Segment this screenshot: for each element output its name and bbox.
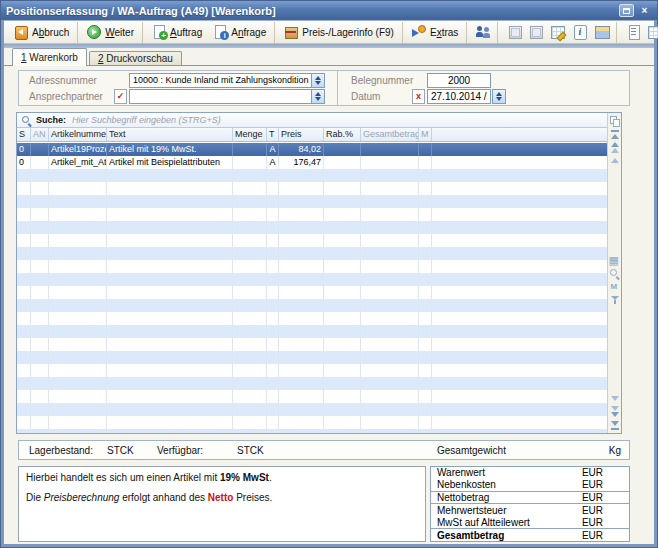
totals-row: MwSt auf Altteilewert EUR [431, 516, 629, 529]
column-header[interactable]: Artikelnummer [49, 128, 107, 141]
table-row[interactable] [17, 325, 607, 338]
table-row[interactable] [17, 390, 607, 403]
copy-icon[interactable] [609, 115, 621, 127]
toolbar-button[interactable]: Preis-/Lagerinfo (F9) [274, 22, 399, 43]
positions-grid-panel: Suche: S AN Artikelnummer Text Menge T P… [16, 112, 622, 434]
scroll-top-icon[interactable] [609, 129, 621, 141]
search-icon[interactable] [609, 268, 621, 280]
close-icon[interactable]: × [637, 4, 652, 17]
row-up-icon[interactable] [609, 155, 621, 167]
verfuegbar-label: Verfügbar: [157, 445, 203, 456]
toolbar-icon-button[interactable] [644, 22, 658, 43]
edit-check-icon[interactable]: ✓ [114, 89, 127, 104]
ansprechpartner-input[interactable] [130, 90, 311, 103]
grid-side-toolbar [607, 113, 621, 433]
table-row[interactable] [17, 377, 607, 390]
column-header[interactable]: Gesamtbetrag [361, 128, 419, 141]
document-icon [626, 25, 642, 39]
adressnummer-value: 10000 : Kunde Inland mit Zahlungskonditi… [130, 74, 311, 87]
toolbar-icon-button[interactable] [616, 22, 644, 43]
columns-icon[interactable] [609, 255, 621, 267]
search-label: Suche: [36, 115, 66, 125]
tab[interactable]: 2 Druckvorschau [89, 51, 182, 66]
next-icon [86, 25, 102, 39]
column-header[interactable]: AN [31, 128, 49, 141]
gesamtgewicht-label: Gesamtgewicht [437, 445, 506, 456]
table-row[interactable]: 0 Artikel19Prozent Artikel mit 19% MwSt.… [17, 143, 607, 156]
table-row[interactable] [17, 364, 607, 377]
tab[interactable]: 1 Warenkorb [12, 48, 87, 66]
table-row[interactable] [17, 312, 607, 325]
grid-add-icon [647, 25, 658, 39]
article-info-box: Hierbei handelt es sich um einen Artikel… [18, 466, 426, 542]
column-header[interactable]: Preis [279, 128, 324, 141]
table-row[interactable] [17, 286, 607, 299]
column-header[interactable]: Rab.% [324, 128, 361, 141]
table-row[interactable] [17, 403, 607, 416]
toolbar-button[interactable]: Abbruch [8, 22, 74, 43]
page-down-icon[interactable] [609, 406, 621, 418]
toolbar-icon-button[interactable] [569, 22, 591, 43]
toolbar-button[interactable]: Extras [402, 22, 463, 43]
restore-icon[interactable] [619, 4, 634, 17]
column-header[interactable]: Menge [233, 128, 267, 141]
datum-spinner-icon[interactable] [493, 90, 505, 103]
adressnummer-spinner-icon[interactable] [311, 74, 324, 87]
table-row[interactable] [17, 260, 607, 273]
totals-row: Gesamtbetrag EUR [431, 529, 629, 541]
totals-row: Nettobetrag EUR [431, 492, 629, 505]
table-row[interactable] [17, 208, 607, 221]
window-icon [507, 25, 523, 39]
lagerbestand-unit: STCK [107, 445, 134, 456]
table-row[interactable] [17, 429, 607, 433]
window-alt-icon [528, 25, 544, 39]
info-line-1: Hierbei handelt es sich um einen Artikel… [26, 472, 418, 483]
table-row[interactable] [17, 195, 607, 208]
price-stock-info-icon [283, 25, 299, 39]
scroll-bottom-icon[interactable] [609, 419, 621, 431]
grid-header: S AN Artikelnummer Text Menge T Preis Ra… [17, 128, 607, 142]
marker-icon[interactable] [609, 281, 621, 293]
row-down-icon[interactable] [609, 393, 621, 405]
clear-date-icon[interactable]: x [412, 89, 425, 104]
toolbar-button[interactable]: Anfrage [207, 22, 271, 43]
datum-spinner[interactable] [492, 89, 506, 104]
toolbar-button[interactable]: Weiter [77, 22, 139, 43]
belegnummer-label: Belegnummer [351, 75, 413, 86]
toolbar-icon-button[interactable] [525, 22, 547, 43]
toolbar-icon-button[interactable] [547, 22, 569, 43]
filter-icon[interactable] [609, 294, 621, 306]
client-area: Abbruch Weiter Auftrag Anfrage Preis-/La… [4, 20, 654, 544]
grid-search-bar: Suche: [17, 113, 621, 128]
table-row[interactable] [17, 169, 607, 182]
toolbar-icon-button[interactable] [591, 22, 613, 43]
belegnummer-input[interactable] [427, 73, 491, 88]
table-row[interactable] [17, 299, 607, 312]
column-header[interactable]: M [419, 128, 432, 141]
column-header[interactable]: Text [107, 128, 233, 141]
toolbar-button[interactable]: Auftrag [142, 22, 207, 43]
adressnummer-combobox[interactable]: 10000 : Kunde Inland mit Zahlungskonditi… [129, 73, 325, 88]
header-fields-panel: Adressnummer 10000 : Kunde Inland mit Za… [18, 70, 630, 106]
ansprechpartner-spinner-icon[interactable] [311, 90, 324, 103]
users-icon [476, 25, 492, 39]
table-row[interactable] [17, 234, 607, 247]
search-input[interactable] [70, 114, 617, 126]
table-row[interactable]: 0 Artikel_mit_Attribu Artikel mit Beispi… [17, 156, 607, 169]
cancel-icon [13, 25, 29, 39]
column-header[interactable]: T [267, 128, 279, 141]
column-header[interactable]: S [17, 128, 31, 141]
table-row[interactable] [17, 221, 607, 234]
datum-input[interactable] [427, 89, 491, 104]
ansprechpartner-combobox[interactable] [129, 89, 325, 104]
table-row[interactable] [17, 273, 607, 286]
toolbar-icon-button[interactable] [466, 22, 494, 43]
table-row[interactable] [17, 182, 607, 195]
toolbar-icon-button[interactable] [497, 22, 525, 43]
table-row[interactable] [17, 338, 607, 351]
table-row[interactable] [17, 247, 607, 260]
table-row[interactable] [17, 351, 607, 364]
table-row[interactable] [17, 416, 607, 429]
page-up-icon[interactable] [609, 142, 621, 154]
column-header [432, 128, 607, 141]
